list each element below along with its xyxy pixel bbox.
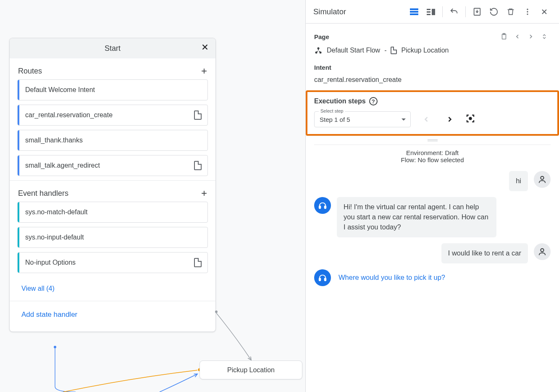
start-panel-header: Start (10, 38, 215, 58)
replay-icon[interactable] (487, 5, 501, 19)
route-label: car_rental.reservation_create (25, 111, 113, 119)
user-avatar-icon (534, 243, 551, 260)
dropdown-arrow-icon (401, 116, 406, 123)
collapse-icon[interactable] (538, 30, 551, 43)
svg-point-20 (541, 176, 543, 179)
bot-avatar-icon (314, 197, 331, 214)
environment-line: Environment: Draft (314, 149, 551, 156)
svg-point-19 (470, 118, 472, 120)
svg-point-12 (527, 11, 528, 12)
chat-message-bot: Hi! I'm the virtual car rental agent. I … (314, 197, 551, 237)
svg-rect-24 (319, 278, 321, 281)
route-label: small_talk.agent_redirect (25, 162, 100, 169)
pickup-node-label: Pickup Location (227, 366, 275, 374)
bot-avatar-icon (314, 269, 331, 286)
execution-steps-box: Execution steps ? Select step Step 1 of … (306, 90, 559, 136)
svg-rect-5 (410, 13, 418, 15)
route-item[interactable]: small_thank.thanks (17, 130, 208, 151)
svg-rect-3 (410, 8, 418, 10)
svg-point-23 (541, 248, 543, 251)
route-label: small_thank.thanks (25, 137, 83, 144)
page-breadcrumb: Default Start Flow - Pickup Location (314, 46, 551, 55)
step-select-dropdown[interactable]: Select step Step 1 of 5 (314, 111, 411, 127)
save-download-icon[interactable] (470, 5, 484, 19)
start-panel-title: Start (105, 44, 121, 53)
step-next-icon[interactable] (442, 111, 458, 127)
svg-point-11 (527, 8, 528, 10)
chat-bubble: Hi! I'm the virtual car rental agent. I … (337, 197, 496, 237)
view-all-link[interactable]: View all (4) (10, 277, 215, 297)
page-section-label: Page (314, 33, 329, 40)
flow-line: Flow: No flow selected (314, 156, 551, 163)
route-item[interactable]: small_talk.agent_redirect (17, 155, 208, 176)
add-route-icon[interactable]: + (201, 66, 207, 76)
page-icon (194, 258, 202, 267)
add-state-handler-link[interactable]: Add state handler (10, 301, 215, 331)
event-handler-item[interactable]: No-input Options (17, 252, 208, 273)
event-handler-label: No-input Options (25, 259, 76, 266)
event-handler-item[interactable]: sys.no-match-default (17, 202, 208, 223)
routes-section-header: Routes + (10, 58, 215, 79)
page-icon (391, 47, 397, 54)
page-icon (194, 161, 202, 170)
page-section: Page (306, 24, 559, 57)
svg-rect-25 (325, 278, 326, 281)
more-vert-icon[interactable] (520, 5, 535, 19)
breadcrumb-page[interactable]: Pickup Location (401, 47, 449, 54)
user-avatar-icon (534, 171, 551, 188)
intent-section-label: Intent (314, 64, 331, 71)
event-handlers-list: sys.no-match-default sys.no-input-defaul… (10, 202, 215, 273)
pickup-location-node[interactable]: Pickup Location (199, 360, 302, 379)
svg-rect-22 (325, 206, 326, 208)
event-handlers-label: Event handlers (18, 189, 68, 198)
toolbar-separator (442, 6, 443, 17)
delete-icon[interactable] (504, 5, 518, 19)
environment-info: Environment: Draft Flow: No flow selecte… (314, 145, 551, 171)
center-focus-icon[interactable] (465, 113, 475, 125)
chat-bubble[interactable]: Where would you like to pick it up? (337, 269, 447, 286)
chat-message-bot: Where would you like to pick it up? (314, 269, 551, 286)
svg-point-1 (54, 346, 56, 348)
step-select-label: Select step (319, 108, 345, 113)
flow-icon (314, 46, 323, 55)
intent-value: car_rental.reservation_create (314, 74, 551, 85)
simulator-toolbar (407, 5, 551, 19)
chat-transcript: hi Hi! I'm the virtual car rental agent.… (306, 171, 559, 286)
breadcrumb-flow[interactable]: Default Start Flow (327, 47, 380, 54)
clipboard-icon[interactable] (498, 30, 510, 43)
route-item[interactable]: Default Welcome Intent (17, 79, 208, 100)
svg-rect-6 (427, 9, 430, 10)
add-event-handler-icon[interactable]: + (201, 188, 207, 198)
drag-handle[interactable] (306, 136, 559, 145)
start-node-panel: Start Routes + Default Welcome Intent ca… (9, 38, 216, 332)
route-label: Default Welcome Intent (25, 86, 95, 94)
next-page-icon[interactable] (525, 30, 537, 43)
chat-bubble: I would like to rent a car (441, 243, 528, 263)
event-handler-label: sys.no-input-default (25, 234, 84, 241)
close-icon[interactable] (200, 42, 210, 54)
svg-rect-8 (427, 14, 430, 15)
breadcrumb-separator: - (384, 47, 386, 54)
svg-rect-4 (410, 11, 418, 13)
close-simulator-icon[interactable] (537, 5, 551, 19)
prev-page-icon[interactable] (511, 30, 524, 43)
page-icon (194, 110, 202, 120)
execution-steps-label: Execution steps (314, 97, 366, 105)
help-icon[interactable]: ? (369, 97, 378, 105)
step-prev-icon (418, 111, 434, 127)
routes-label: Routes (18, 67, 42, 76)
route-item[interactable]: car_rental.reservation_create (17, 105, 208, 126)
undo-icon[interactable] (447, 5, 461, 19)
chat-message-user: I would like to rent a car (314, 243, 551, 263)
simulator-title: Simulator (313, 7, 346, 16)
event-handler-item[interactable]: sys.no-input-default (17, 227, 208, 248)
event-handler-label: sys.no-match-default (25, 208, 88, 216)
simulator-header: Simulator (306, 0, 559, 24)
svg-rect-9 (432, 9, 435, 15)
simulator-body: Page (306, 24, 559, 392)
view-split-icon[interactable] (424, 5, 438, 19)
svg-rect-21 (319, 206, 321, 208)
view-full-icon[interactable] (407, 5, 421, 19)
svg-rect-7 (427, 11, 430, 13)
chat-bubble: hi (509, 171, 528, 191)
